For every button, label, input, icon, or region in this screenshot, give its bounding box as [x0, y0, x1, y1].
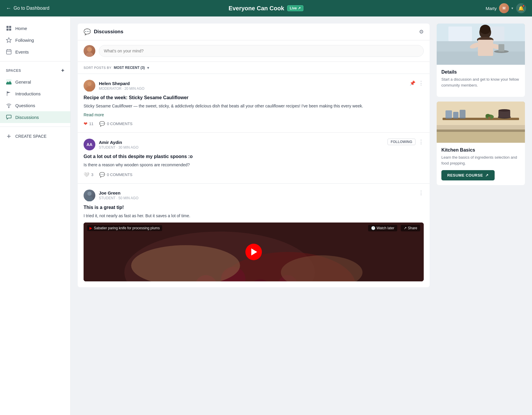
post-1-comment-button[interactable]: 💬 0 COMMENTS	[99, 121, 132, 127]
details-title: Details	[441, 69, 520, 75]
cooking-illustration	[437, 24, 525, 65]
post-1-reactions: ❤ 11 💬 0 COMMENTS	[84, 121, 424, 127]
sidebar-general-label: General	[15, 79, 31, 84]
sort-value[interactable]: MOST RECENT (3)	[114, 66, 145, 70]
post-2-author: AA Amir Aydin STUDENT · 30 MIN AGO	[84, 139, 139, 150]
svg-rect-52	[488, 117, 491, 120]
heart-icon: ❤	[84, 121, 87, 127]
more-options-icon[interactable]: ⋮	[418, 80, 424, 86]
course-title: Kitchen Basics	[441, 147, 520, 153]
post-1-like-count: 11	[89, 122, 93, 126]
live-badge-text: Live ↗	[290, 6, 301, 10]
main-content: 💬 Discussions ⚙ SORT POSTS BY	[71, 16, 532, 415]
post-1-read-more[interactable]: Read more	[84, 112, 104, 117]
post-input-area	[78, 40, 430, 62]
svg-point-16	[86, 52, 93, 57]
divider	[0, 61, 70, 62]
share-button[interactable]: ↗ Share	[401, 225, 420, 231]
post-2-like-count: 3	[91, 172, 93, 177]
settings-icon[interactable]: ⚙	[419, 29, 424, 35]
content-grid: 💬 Discussions ⚙ SORT POSTS BY	[78, 24, 525, 287]
post-2-comment-button[interactable]: 💬 0 COMMENTS	[99, 172, 132, 177]
calendar-icon	[6, 49, 12, 55]
heart-outline-icon: 🤍	[84, 172, 89, 177]
post-1-meta: MODERATOR · 20 MIN AGO	[99, 87, 144, 91]
joe-avatar	[84, 190, 95, 201]
play-button[interactable]	[245, 244, 262, 260]
sidebar-events-label: Events	[15, 49, 29, 54]
sidebar-item-events[interactable]: Events	[0, 46, 70, 58]
post-input[interactable]	[99, 45, 424, 57]
video-embed: ▶ Sabatier paring knife for processing p…	[84, 223, 424, 281]
watch-later-button[interactable]: 🕐 Watch later	[368, 225, 397, 231]
post-2-comment-count: 0 COMMENTS	[107, 172, 132, 177]
sidebar-item-home[interactable]: Home	[0, 22, 70, 34]
sidebar-item-discussions[interactable]: Discussions	[0, 111, 70, 123]
svg-point-18	[86, 87, 93, 92]
post-2-meta: STUDENT · 30 MIN AGO	[99, 145, 139, 150]
grid-icon	[6, 25, 12, 31]
post-1-like-button[interactable]: ❤ 11	[84, 121, 93, 127]
kitchen-illustration	[437, 102, 525, 143]
sidebar-item-introductions[interactable]: Introductions	[0, 88, 70, 99]
user-menu[interactable]: Marty M ▾	[486, 3, 513, 13]
sort-label: SORT POSTS BY	[84, 66, 112, 69]
back-label: Go to Dashboard	[14, 6, 49, 11]
share-icon: ↗	[404, 226, 407, 230]
sidebar-home-label: Home	[15, 26, 27, 31]
post-1-actions: 📌 ⋮	[410, 80, 424, 86]
divider2	[0, 127, 70, 127]
amir-avatar: AA	[84, 139, 95, 150]
sidebar-item-questions[interactable]: Questions	[0, 99, 70, 111]
header: ← Go to Dashboard Everyone Can Cook Live…	[0, 0, 532, 16]
more-options-icon-3[interactable]: ⋮	[418, 190, 424, 196]
following-badge[interactable]: FOLLOWING	[388, 139, 415, 145]
svg-rect-48	[453, 112, 458, 119]
back-arrow-icon: ←	[6, 5, 11, 11]
post-3-header: Joe Green STUDENT · 50 MIN AGO ⋮	[84, 190, 424, 201]
clock-icon: 🕐	[371, 226, 375, 230]
svg-rect-1	[9, 26, 11, 28]
course-card-image	[437, 102, 525, 143]
post-1-comment-count: 0 COMMENTS	[107, 122, 132, 126]
svg-rect-2	[6, 29, 9, 31]
course-card: Kitchen Basics Learn the basics of ingre…	[437, 102, 525, 185]
add-space-button[interactable]: +	[61, 67, 64, 74]
svg-point-12	[9, 107, 9, 108]
sidebar-following-label: Following	[15, 38, 34, 43]
post-1-title: Recipe of the week: Sticky Sesame Caulif…	[84, 95, 424, 100]
notification-button[interactable]: 🔔	[516, 3, 526, 13]
course-card-content: Kitchen Basics Learn the basics of ingre…	[437, 143, 525, 185]
sidebar-questions-label: Questions	[15, 103, 35, 108]
svg-rect-34	[448, 26, 472, 41]
avatar: M	[499, 3, 509, 13]
live-badge: Live ↗	[287, 5, 303, 11]
wifi-icon	[6, 102, 12, 108]
post-1-header: Helen Shepard MODERATOR · 20 MIN AGO 📌 ⋮	[84, 80, 424, 92]
sidebar-discussions-label: Discussions	[15, 115, 39, 120]
sidebar-item-following[interactable]: Following	[0, 34, 70, 46]
svg-point-41	[480, 25, 491, 34]
helen-avatar	[84, 80, 95, 92]
pin-icon[interactable]: 📌	[410, 80, 415, 86]
create-space-button[interactable]: CREATE SPACE	[0, 130, 70, 142]
sidebar-item-general[interactable]: General	[0, 76, 70, 88]
helen-avatar-img	[84, 80, 95, 92]
post-2-like-button[interactable]: 🤍 3	[84, 172, 93, 177]
svg-point-15	[87, 47, 92, 52]
youtube-icon: ▶	[89, 226, 92, 230]
video-label: ▶ Sabatier paring knife for processing p…	[87, 225, 162, 231]
post-2-header: AA Amir Aydin STUDENT · 30 MIN AGO FOLLO…	[84, 139, 424, 150]
back-button[interactable]: ← Go to Dashboard	[6, 5, 179, 11]
more-options-icon-2[interactable]: ⋮	[418, 139, 424, 145]
sort-chevron-icon[interactable]: ▾	[147, 65, 149, 70]
post-3-author-name: Joe Green	[99, 190, 139, 195]
post-3: Joe Green STUDENT · 50 MIN AGO ⋮ This is…	[78, 184, 430, 287]
discussions-header: 💬 Discussions ⚙	[78, 24, 430, 40]
svg-point-19	[87, 192, 92, 196]
star-icon	[6, 37, 12, 43]
video-title-text: Sabatier paring knife for processing plu…	[94, 226, 160, 230]
current-user-avatar	[84, 45, 95, 57]
post-3-meta: STUDENT · 50 MIN AGO	[99, 196, 139, 200]
resume-course-button[interactable]: RESUME COURSE ↗	[441, 170, 495, 180]
